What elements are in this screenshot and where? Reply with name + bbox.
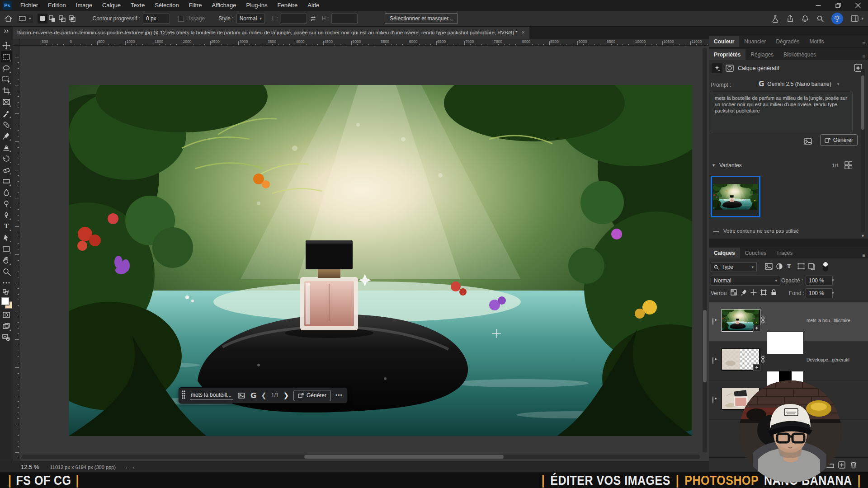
layer-thumbnail[interactable] (722, 309, 760, 332)
screen-mode-icon[interactable] (1, 320, 12, 332)
lock-artboard-icon[interactable] (760, 289, 767, 296)
tab-proprietes[interactable]: Propriétés (709, 49, 745, 60)
menu-selection[interactable]: Sélection (150, 0, 184, 11)
swap-dimensions-icon[interactable] (310, 16, 316, 22)
lock-all-icon[interactable] (771, 289, 777, 296)
panel-scrollbar[interactable] (861, 69, 865, 232)
menu-calque[interactable]: Calque (97, 0, 126, 11)
grid-view-icon[interactable] (844, 161, 852, 169)
filter-adjustment-icon[interactable] (776, 263, 783, 270)
minimize-button[interactable] (808, 0, 828, 11)
tab-degrades[interactable]: Dégradés (771, 36, 804, 47)
rectangular-marquee-tool[interactable] (1, 51, 12, 62)
beta-flask-icon[interactable] (772, 15, 779, 23)
chevron-down-icon[interactable]: ▾ (832, 278, 834, 282)
tab-calques[interactable]: Calques (709, 248, 740, 258)
menu-texte[interactable]: Texte (126, 0, 150, 11)
antialias-checkbox[interactable] (178, 16, 184, 22)
generative-expand-icon[interactable] (1, 332, 12, 343)
variant-thumbnail[interactable] (711, 176, 760, 217)
visibility-eye-icon[interactable] (712, 397, 713, 403)
fill-input[interactable]: 100 % (806, 288, 833, 298)
tab-traces[interactable]: Tracés (771, 248, 797, 258)
share-icon[interactable] (787, 15, 794, 23)
opacity-input[interactable]: 100 % (806, 276, 833, 286)
visibility-eye-icon[interactable] (712, 357, 713, 364)
filter-smart-object-icon[interactable] (808, 263, 815, 270)
crop-tool[interactable] (1, 85, 12, 96)
select-and-mask-button[interactable]: Sélectionner et masquer... (385, 13, 458, 24)
shape-tool[interactable] (1, 243, 12, 254)
tab-motifs[interactable]: Motifs (804, 36, 829, 47)
path-selection-tool[interactable] (1, 232, 12, 243)
add-reference-image-icon[interactable] (804, 138, 813, 145)
menu-plugins[interactable]: Plug-ins (241, 0, 273, 11)
clone-stamp-tool[interactable] (1, 141, 12, 153)
object-selection-tool[interactable] (1, 74, 12, 85)
menu-fichier[interactable]: Fichier (15, 0, 43, 11)
delete-layer-icon[interactable] (850, 461, 857, 469)
add-selection-mode[interactable] (47, 14, 57, 23)
feather-input[interactable]: 0 px (143, 14, 170, 23)
move-tool[interactable] (1, 40, 12, 51)
dodge-tool[interactable] (1, 198, 12, 209)
canvas-area[interactable]: 5000500100015002000250030003500400045005… (13, 39, 709, 461)
layer-name[interactable]: mets la bou...blicitaire (807, 318, 850, 323)
gradient-tool[interactable] (1, 175, 12, 187)
generate-button[interactable]: Générer (820, 134, 858, 146)
eraser-tool[interactable] (1, 164, 12, 175)
contextual-task-bar[interactable]: mets la bouteill... G ❮ 1/1 ❯ Générer ••… (179, 387, 348, 404)
status-next-icon[interactable]: › (126, 465, 127, 470)
blend-mode-select[interactable]: Normal▾ (711, 276, 780, 286)
visibility-eye-icon[interactable] (712, 318, 713, 324)
blur-tool[interactable] (1, 187, 12, 198)
search-icon[interactable] (816, 15, 824, 22)
drag-handle-icon[interactable] (182, 390, 185, 400)
scroll-down-icon[interactable]: ▼ (861, 234, 865, 238)
filter-shape-icon[interactable] (797, 263, 805, 270)
subtract-selection-mode[interactable] (57, 14, 67, 23)
tab-couches[interactable]: Couches (740, 248, 771, 258)
edit-toolbar-icon[interactable] (1, 277, 12, 288)
panel-menu-icon[interactable]: ≡ (862, 252, 865, 258)
menu-filtre[interactable]: Filtre (184, 0, 207, 11)
brush-tool[interactable] (1, 130, 12, 141)
discover-lightbulb-icon[interactable] (831, 13, 843, 24)
filter-type-icon[interactable]: T (787, 263, 791, 270)
color-swatches[interactable] (1, 297, 12, 309)
vertical-scrollbar[interactable] (703, 48, 707, 452)
workspace-switcher-icon[interactable]: ▾ (851, 15, 863, 22)
tool-preset[interactable]: ▾ (17, 14, 33, 23)
tab-bibliotheques[interactable]: Bibliothèques (778, 49, 821, 60)
menu-affichage[interactable]: Affichage (207, 0, 241, 11)
menu-aide[interactable]: Aide (302, 0, 324, 11)
close-tab-icon[interactable]: × (522, 29, 525, 36)
lock-transparency-icon[interactable] (731, 289, 737, 296)
menu-image[interactable]: Image (71, 0, 97, 11)
document-image[interactable] (69, 85, 692, 436)
intersect-selection-mode[interactable] (67, 14, 77, 23)
layer-row-generative[interactable]: mets la bou...blicitaire (709, 302, 868, 341)
frame-tool[interactable] (1, 96, 12, 108)
type-tool[interactable]: T (1, 221, 12, 232)
chevron-down-icon[interactable]: ▾ (832, 291, 834, 295)
close-button[interactable] (848, 0, 868, 11)
lasso-tool[interactable] (1, 62, 12, 74)
layer-thumbnail[interactable] (722, 348, 760, 371)
more-options-icon[interactable]: ••• (335, 392, 343, 399)
style-select[interactable]: Normal▾ (236, 14, 265, 23)
tab-couleur[interactable]: Couleur (709, 36, 739, 47)
restore-button[interactable] (828, 0, 848, 11)
hand-tool[interactable] (1, 254, 12, 266)
menu-fenetre[interactable]: Fenêtre (273, 0, 303, 11)
lock-position-icon[interactable] (750, 289, 757, 296)
home-icon[interactable] (5, 15, 14, 22)
prompt-textarea[interactable]: mets la bouteille de parfum au milieu de… (711, 92, 853, 132)
healing-brush-tool[interactable] (1, 119, 12, 130)
menu-edition[interactable]: Edition (43, 0, 71, 11)
default-colors-icon[interactable] (1, 288, 12, 296)
variants-header[interactable]: ▼ Variantes (712, 162, 742, 169)
previous-variant-icon[interactable]: ❮ (261, 391, 267, 399)
new-layer-icon[interactable] (838, 461, 845, 469)
pen-tool[interactable] (1, 209, 12, 221)
